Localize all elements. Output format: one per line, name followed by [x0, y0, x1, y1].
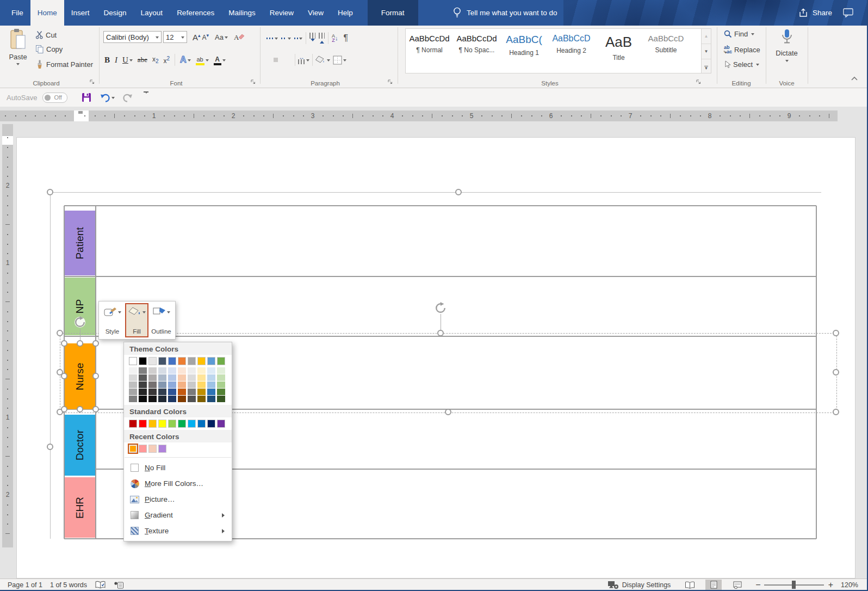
standard-color-swatch[interactable] — [168, 420, 176, 428]
redo-button[interactable] — [122, 93, 133, 102]
menu-item-gradient[interactable]: Gradient — [124, 507, 232, 523]
print-layout-button[interactable] — [705, 580, 722, 590]
theme-variant-swatch[interactable] — [207, 396, 215, 403]
selection-handle[interactable] — [47, 444, 53, 450]
standard-color-swatch[interactable] — [207, 420, 215, 428]
theme-variant-swatch[interactable] — [178, 374, 186, 381]
numbering-button[interactable] — [281, 36, 291, 40]
theme-variant-swatch[interactable] — [168, 381, 176, 389]
theme-variant-swatch[interactable] — [217, 381, 225, 389]
theme-variant-swatch[interactable] — [197, 389, 206, 396]
increase-indent-button[interactable] — [319, 33, 325, 44]
theme-variant-swatch[interactable] — [158, 389, 166, 396]
theme-variant-swatch[interactable] — [217, 396, 225, 403]
font-name-combo[interactable]: Calibri (Body) — [103, 31, 162, 43]
selection-handle[interactable] — [833, 409, 839, 415]
theme-variant-swatch[interactable] — [197, 381, 206, 389]
selection-handle[interactable] — [92, 373, 99, 379]
theme-variant-swatch[interactable] — [129, 396, 137, 403]
selection-handle[interactable] — [61, 406, 67, 413]
tab-design[interactable]: Design — [97, 0, 134, 26]
style-card-title[interactable]: AaBTitle — [595, 29, 642, 73]
theme-variant-swatch[interactable] — [178, 396, 186, 403]
rotate-handle[interactable] — [74, 316, 86, 330]
theme-variant-swatch[interactable] — [197, 374, 206, 381]
standard-color-swatch[interactable] — [158, 420, 166, 428]
recent-color-swatch[interactable] — [129, 445, 137, 453]
standard-color-swatch[interactable] — [148, 420, 157, 428]
theme-variant-swatch[interactable] — [129, 374, 137, 381]
tab-file[interactable]: File — [4, 0, 30, 26]
theme-variant-swatch[interactable] — [129, 367, 137, 374]
theme-variant-swatch[interactable] — [168, 389, 176, 396]
decrease-indent-button[interactable] — [309, 33, 315, 44]
tab-home[interactable]: Home — [30, 0, 64, 26]
theme-variant-swatch[interactable] — [129, 389, 137, 396]
theme-variant-swatch[interactable] — [178, 389, 186, 396]
theme-variant-swatch[interactable] — [188, 367, 196, 374]
selection-handle[interactable] — [833, 330, 839, 336]
comment-icon[interactable] — [843, 8, 854, 20]
text-effects-button[interactable]: A — [180, 55, 191, 65]
swimlane-label-patient[interactable]: Patient — [65, 211, 95, 275]
theme-color-swatch[interactable] — [129, 357, 137, 365]
zoom-slider[interactable] — [764, 580, 824, 590]
tab-insert[interactable]: Insert — [64, 0, 97, 26]
styles-scroll-up-button[interactable]: ▲ — [702, 29, 711, 44]
theme-variant-swatch[interactable] — [188, 389, 196, 396]
style-card--normal[interactable]: AaBbCcDd¶ Normal — [406, 29, 453, 73]
theme-color-swatch[interactable] — [207, 357, 215, 365]
tab-layout[interactable]: Layout — [134, 0, 170, 26]
replace-button[interactable]: ab⤷ac Replace — [722, 44, 762, 55]
tab-help[interactable]: Help — [331, 0, 360, 26]
bullets-button[interactable] — [266, 36, 278, 40]
theme-variant-swatch[interactable] — [158, 367, 166, 374]
theme-variant-swatch[interactable] — [148, 374, 157, 381]
autosave-toggle[interactable]: Off — [42, 93, 67, 103]
tell-me-box[interactable]: Tell me what you want to do — [452, 0, 557, 26]
shape-style-button[interactable]: Style — [101, 303, 124, 337]
borders-button[interactable] — [333, 56, 346, 65]
standard-color-swatch[interactable] — [178, 420, 186, 428]
bold-button[interactable]: B — [104, 56, 110, 65]
font-size-combo[interactable]: 12 — [163, 31, 187, 43]
show-hide-marks-button[interactable]: ¶ — [344, 33, 349, 43]
horizontal-ruler[interactable]: 123456789 — [0, 110, 838, 121]
theme-variant-swatch[interactable] — [148, 367, 157, 374]
selection-handle[interactable] — [92, 340, 99, 347]
shading-button[interactable] — [315, 56, 330, 64]
theme-variant-swatch[interactable] — [168, 396, 176, 403]
theme-variant-swatch[interactable] — [139, 381, 147, 389]
change-case-button[interactable]: Aa — [215, 33, 228, 41]
style-card-subtitle[interactable]: AaBbCcDSubtitle — [642, 29, 690, 73]
theme-color-swatch[interactable] — [139, 357, 147, 365]
theme-variant-swatch[interactable] — [188, 396, 196, 403]
swimlane-label-doctor[interactable]: Doctor — [65, 415, 95, 476]
collapse-ribbon-button[interactable] — [851, 76, 858, 81]
theme-variant-swatch[interactable] — [168, 367, 176, 374]
standard-color-swatch[interactable] — [217, 420, 225, 428]
italic-button[interactable]: I — [115, 56, 117, 65]
font-color-button[interactable]: A — [214, 55, 226, 65]
selection-handle[interactable] — [77, 406, 83, 413]
theme-variant-swatch[interactable] — [168, 374, 176, 381]
style-card-heading-1[interactable]: AaBbC(Heading 1 — [500, 29, 548, 73]
word-count[interactable]: 1 of 5 words — [50, 581, 87, 589]
proofing-status-icon[interactable] — [95, 581, 106, 589]
align-top-button[interactable] — [266, 58, 271, 62]
page-indicator[interactable]: Page 1 of 1 — [8, 581, 42, 589]
zoom-in-button[interactable]: + — [828, 580, 833, 590]
tab-view[interactable]: View — [301, 0, 331, 26]
paste-button[interactable]: Paste — [4, 28, 32, 66]
selection-handle[interactable] — [47, 189, 53, 195]
recent-color-swatch[interactable] — [158, 445, 166, 453]
dictate-button[interactable]: Dictate — [766, 29, 808, 63]
selection-handle[interactable] — [57, 330, 63, 336]
theme-variant-swatch[interactable] — [158, 396, 166, 403]
undo-button[interactable] — [100, 93, 115, 102]
read-mode-button[interactable] — [681, 580, 698, 590]
theme-variant-swatch[interactable] — [197, 396, 206, 403]
selection-handle[interactable] — [61, 340, 67, 347]
save-button[interactable] — [82, 93, 91, 102]
theme-variant-swatch[interactable] — [178, 381, 186, 389]
